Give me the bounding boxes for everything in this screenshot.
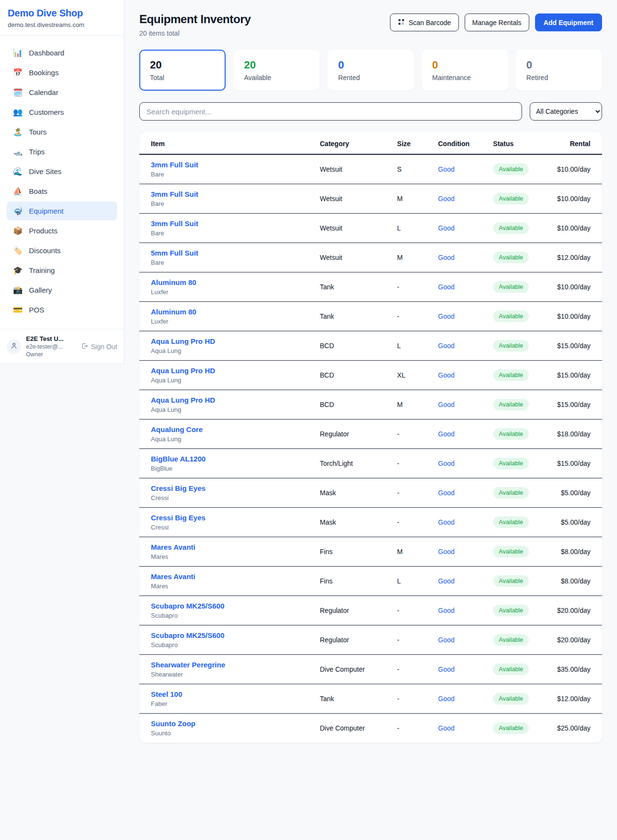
item-name-link[interactable]: Cressi Big Eyes (151, 484, 310, 492)
manage-rentals-button[interactable]: Manage Rentals (465, 14, 529, 31)
stat-card[interactable]: 0 Maintenance (422, 50, 508, 91)
item-name-link[interactable]: Aluminum 80 (151, 308, 310, 316)
item-brand: Bare (151, 171, 310, 178)
item-name-link[interactable]: 3mm Full Suit (151, 190, 310, 198)
table-row[interactable]: Mares Avanti Mares Fins M Good Available… (139, 537, 602, 567)
condition-link[interactable]: Good (438, 636, 455, 644)
stat-card[interactable]: 0 Retired (516, 50, 602, 91)
condition-link[interactable]: Good (438, 665, 455, 673)
sidebar-item[interactable]: 📊 Dashboard (7, 43, 117, 62)
item-name-link[interactable]: Mares Avanti (151, 543, 310, 551)
condition-link[interactable]: Good (438, 401, 455, 408)
item-name-link[interactable]: Shearwater Peregrine (151, 661, 310, 669)
sidebar-item[interactable]: 📦 Products (7, 221, 117, 240)
sign-out-button[interactable]: Sign Out (81, 342, 117, 351)
status-badge: Available (493, 664, 529, 675)
condition-link[interactable]: Good (438, 518, 455, 526)
sidebar-item[interactable]: 🏷️ Discounts (7, 241, 117, 260)
item-name-link[interactable]: Aqua Lung Pro HD (151, 337, 310, 345)
equipment-table: Item Category Size Condition Status Rent… (139, 132, 602, 743)
sidebar-item[interactable]: 🎓 Training (7, 261, 117, 280)
sidebar-item[interactable]: 🗓️ Calendar (7, 83, 117, 102)
item-name-link[interactable]: Aluminum 80 (151, 278, 310, 286)
table-row[interactable]: BigBlue AL1200 BigBlue Torch/Light - Goo… (139, 449, 602, 478)
item-brand: Luxfer (151, 318, 310, 325)
condition-link[interactable]: Good (438, 224, 455, 232)
status-badge: Available (493, 605, 529, 616)
scan-barcode-button[interactable]: Scan Barcode (390, 14, 459, 31)
table-row[interactable]: Suunto Zoop Suunto Dive Computer - Good … (139, 714, 602, 743)
item-cell: Scubapro MK25/S600 Scubapro (139, 596, 315, 625)
size-cell: - (392, 655, 433, 684)
item-name-link[interactable]: Aqualung Core (151, 425, 310, 434)
condition-link[interactable]: Good (438, 312, 455, 320)
item-name-link[interactable]: 3mm Full Suit (151, 219, 310, 228)
item-name-link[interactable]: Aqua Lung Pro HD (151, 366, 310, 375)
condition-cell: Good (433, 154, 488, 184)
sidebar-item[interactable]: ⛵ Boats (7, 182, 117, 201)
item-name-link[interactable]: Scubapro MK25/S600 (151, 602, 310, 610)
sidebar-item[interactable]: 📅 Bookings (7, 63, 117, 82)
condition-link[interactable]: Good (438, 371, 455, 379)
search-input[interactable] (139, 102, 522, 121)
table-row[interactable]: Cressi Big Eyes Cressi Mask - Good Avail… (139, 478, 602, 508)
table-row[interactable]: Cressi Big Eyes Cressi Mask - Good Avail… (139, 508, 602, 537)
item-name-link[interactable]: Mares Avanti (151, 572, 310, 581)
condition-link[interactable]: Good (438, 165, 455, 173)
table-row[interactable]: 3mm Full Suit Bare Wetsuit L Good Availa… (139, 214, 602, 243)
table-row[interactable]: 3mm Full Suit Bare Wetsuit S Good Availa… (139, 154, 602, 184)
sidebar-item-label: Tours (29, 128, 47, 136)
table-row[interactable]: Mares Avanti Mares Fins L Good Available… (139, 567, 602, 596)
sidebar-item-label: Bookings (29, 68, 59, 77)
sidebar-item[interactable]: 📸 Gallery (7, 281, 117, 299)
item-name-link[interactable]: Aqua Lung Pro HD (151, 396, 310, 404)
stat-card[interactable]: 20 Total (139, 50, 226, 91)
condition-link[interactable]: Good (438, 195, 455, 203)
stat-card[interactable]: 0 Rented (327, 50, 414, 91)
item-name-link[interactable]: Cressi Big Eyes (151, 514, 310, 522)
table-row[interactable]: Shearwater Peregrine Shearwater Dive Com… (139, 655, 602, 684)
table-row[interactable]: 3mm Full Suit Bare Wetsuit M Good Availa… (139, 184, 602, 214)
condition-link[interactable]: Good (438, 607, 455, 614)
category-cell: Dive Computer (315, 655, 392, 684)
sidebar-item[interactable]: 🛥️ Trips (7, 142, 117, 161)
table-row[interactable]: Aluminum 80 Luxfer Tank - Good Available… (139, 272, 602, 302)
condition-cell: Good (433, 243, 488, 272)
item-name-link[interactable]: 5mm Full Suit (151, 249, 310, 257)
stat-card[interactable]: 20 Available (233, 50, 320, 91)
sidebar-item[interactable]: 💳 POS (7, 300, 117, 319)
item-name-link[interactable]: Suunto Zoop (151, 719, 310, 728)
condition-link[interactable]: Good (438, 724, 455, 732)
condition-link[interactable]: Good (438, 430, 455, 438)
table-row[interactable]: Aqua Lung Pro HD Aqua Lung BCD M Good Av… (139, 390, 602, 420)
sidebar-item[interactable]: 🌊 Dive Sites (7, 162, 117, 181)
rental-cell: $10.00/day (552, 302, 602, 331)
sidebar-item[interactable]: 🏝️ Tours (7, 122, 117, 141)
table-row[interactable]: Scubapro MK25/S600 Scubapro Regulator - … (139, 596, 602, 625)
condition-link[interactable]: Good (438, 489, 455, 497)
condition-link[interactable]: Good (438, 548, 455, 555)
add-equipment-button[interactable]: Add Equipment (535, 14, 602, 31)
condition-link[interactable]: Good (438, 577, 455, 585)
condition-link[interactable]: Good (438, 342, 455, 350)
condition-link[interactable]: Good (438, 460, 455, 467)
category-select[interactable]: All Categories (530, 102, 602, 121)
item-name-link[interactable]: Scubapro MK25/S600 (151, 631, 310, 639)
sidebar-item[interactable]: 👥 Customers (7, 103, 117, 122)
table-row[interactable]: Aqua Lung Pro HD Aqua Lung BCD XL Good A… (139, 361, 602, 390)
item-name-link[interactable]: Steel 100 (151, 690, 310, 698)
table-row[interactable]: 5mm Full Suit Bare Wetsuit M Good Availa… (139, 243, 602, 272)
condition-link[interactable]: Good (438, 695, 455, 703)
table-row[interactable]: Scubapro MK25/S600 Scubapro Regulator - … (139, 625, 602, 655)
item-name-link[interactable]: 3mm Full Suit (151, 161, 310, 169)
sidebar-item[interactable]: 🤿 Equipment (7, 202, 117, 220)
table-row[interactable]: Steel 100 Faber Tank - Good Available $1… (139, 684, 602, 714)
brand-block: Demo Dive Shop demo.test.divestreams.com (0, 0, 124, 36)
condition-link[interactable]: Good (438, 254, 455, 261)
brand-name[interactable]: Demo Dive Shop (8, 8, 116, 19)
item-name-link[interactable]: BigBlue AL1200 (151, 455, 310, 463)
table-row[interactable]: Aluminum 80 Luxfer Tank - Good Available… (139, 302, 602, 331)
table-row[interactable]: Aqua Lung Pro HD Aqua Lung BCD L Good Av… (139, 331, 602, 361)
table-row[interactable]: Aqualung Core Aqua Lung Regulator - Good… (139, 420, 602, 449)
condition-link[interactable]: Good (438, 283, 455, 291)
